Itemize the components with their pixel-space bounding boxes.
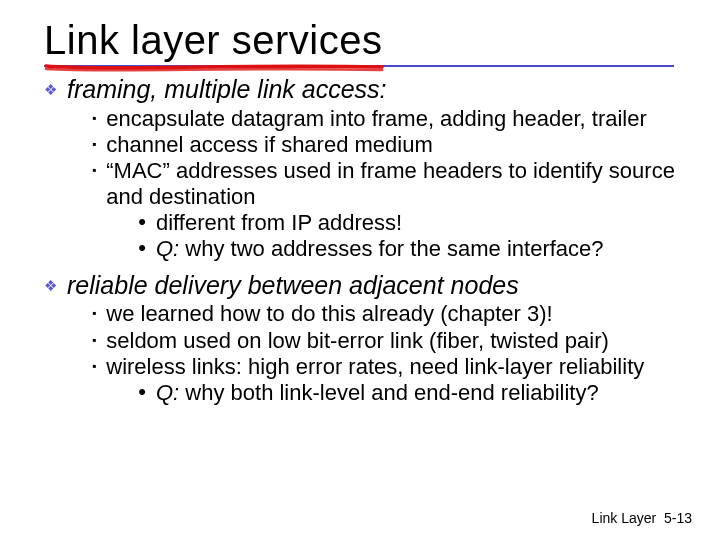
square-bullet-icon: ▪ [92, 138, 96, 152]
slide-body: ❖ framing, multiple link access: ▪ encap… [44, 75, 690, 406]
square-bullet-icon: ▪ [92, 307, 96, 321]
item-text: encapsulate datagram into frame, adding … [106, 106, 647, 131]
item-text: we learned how to do this already (chapt… [106, 301, 552, 326]
list-item: ▪ “MAC” addresses used in frame headers … [92, 158, 690, 262]
diamond-bullet-icon: ❖ [44, 81, 57, 98]
list-item: ▪ channel access if shared medium [92, 132, 690, 157]
dot-bullet-icon: • [138, 210, 146, 234]
list-item: • Q: why two addresses for the same inte… [138, 236, 690, 261]
list-item: ▪ seldom used on low bit-error link (fib… [92, 328, 690, 353]
dot-bullet-icon: • [138, 380, 146, 404]
square-bullet-icon: ▪ [92, 112, 96, 126]
list-item: ▪ we learned how to do this already (cha… [92, 301, 690, 326]
list-item: • different from IP address! [138, 210, 690, 235]
item-text: “MAC” addresses used in frame headers to… [106, 158, 675, 208]
section-framing: ❖ framing, multiple link access: ▪ encap… [44, 75, 690, 263]
q-label: Q: [156, 380, 179, 405]
section-heading: reliable delivery between adjacent nodes [67, 271, 519, 300]
footer-page: 5-13 [664, 510, 692, 526]
red-underline-mark [44, 62, 384, 72]
list-item: ▪ wireless links: high error rates, need… [92, 354, 690, 407]
section-heading: framing, multiple link access: [67, 75, 387, 104]
dot-bullet-icon: • [138, 236, 146, 260]
title-underline [44, 65, 674, 67]
list-item: ▪ encapsulate datagram into frame, addin… [92, 106, 690, 131]
subitem-text: different from IP address! [156, 210, 402, 235]
square-bullet-icon: ▪ [92, 164, 96, 178]
subitem-text: Q: why both link-level and end-end relia… [156, 380, 599, 405]
section-reliable-delivery: ❖ reliable delivery between adjacent nod… [44, 271, 690, 407]
slide: Link layer services ❖ framing, multiple … [0, 0, 720, 540]
square-bullet-icon: ▪ [92, 334, 96, 348]
item-text: channel access if shared medium [106, 132, 433, 157]
square-bullet-icon: ▪ [92, 360, 96, 374]
slide-footer: Link Layer 5-13 [592, 510, 692, 526]
q-text: why both link-level and end-end reliabil… [179, 380, 598, 405]
subitem-text: Q: why two addresses for the same interf… [156, 236, 604, 261]
q-label: Q: [156, 236, 179, 261]
q-text: why two addresses for the same interface… [179, 236, 603, 261]
item-text: seldom used on low bit-error link (fiber… [106, 328, 609, 353]
item-text: wireless links: high error rates, need l… [106, 354, 644, 379]
list-item: • Q: why both link-level and end-end rel… [138, 380, 690, 405]
diamond-bullet-icon: ❖ [44, 277, 57, 294]
slide-title: Link layer services [44, 18, 690, 63]
footer-label: Link Layer [592, 510, 657, 526]
